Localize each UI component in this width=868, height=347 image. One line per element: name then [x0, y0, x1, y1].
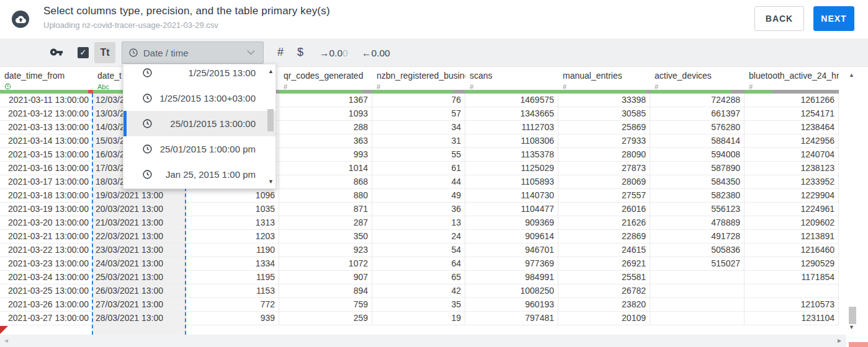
table-cell[interactable]: 1140730: [465, 189, 558, 203]
table-cell[interactable]: 993: [279, 148, 372, 162]
scroll-left-icon[interactable]: ◄: [3, 337, 9, 344]
table-cell[interactable]: 35: [372, 298, 465, 312]
dropdown-scrollbar[interactable]: ▲ ▼: [266, 64, 275, 188]
column-header[interactable]: scans#: [465, 67, 558, 90]
table-cell[interactable]: 26921: [558, 257, 650, 271]
decrease-decimal-button[interactable]: ←0.00: [362, 48, 390, 59]
table-cell[interactable]: 36: [372, 203, 465, 216]
table-cell[interactable]: 880: [279, 189, 372, 203]
nullable-checkbox[interactable]: ✓: [78, 47, 89, 58]
table-cell[interactable]: 27873: [558, 162, 650, 175]
table-cell[interactable]: 515027: [650, 257, 745, 271]
table-cell[interactable]: 594008: [650, 148, 745, 162]
table-cell[interactable]: 1367: [279, 94, 372, 107]
column-header[interactable]: nzbn_registered_busine#: [372, 67, 465, 90]
table-cell[interactable]: 22869: [558, 230, 650, 244]
table-cell[interactable]: 2021-03-13 13:00:00: [0, 121, 93, 134]
table-cell[interactable]: 1213891: [745, 230, 839, 244]
text-type-button[interactable]: Tt: [94, 42, 115, 63]
table-cell[interactable]: 1190: [186, 244, 279, 257]
table-cell[interactable]: 1210573: [745, 298, 839, 312]
table-cell[interactable]: 2021-03-24 13:00:00: [0, 271, 93, 284]
table-cell[interactable]: 22/03/2021 13:00: [93, 230, 186, 244]
table-cell[interactable]: 2021-03-19 13:00:00: [0, 203, 93, 216]
table-cell[interactable]: 576280: [650, 121, 745, 134]
table-cell[interactable]: 1261266: [745, 94, 839, 107]
table-cell[interactable]: 24615: [558, 244, 650, 257]
table-cell[interactable]: 894: [279, 284, 372, 298]
column-header[interactable]: manual_entries#: [558, 67, 650, 90]
table-cell[interactable]: 49: [372, 189, 465, 203]
table-cell[interactable]: 588414: [650, 134, 745, 148]
table-cell[interactable]: 1195: [186, 271, 279, 284]
table-cell[interactable]: 76: [372, 94, 465, 107]
column-header[interactable]: qr_codes_generated#: [279, 67, 372, 90]
vertical-scrollbar[interactable]: ▲ ▼: [846, 67, 859, 335]
table-cell[interactable]: 1242956: [745, 134, 839, 148]
table-cell[interactable]: 582380: [650, 189, 745, 203]
table-cell[interactable]: 2021-03-21 13:00:00: [0, 230, 93, 244]
column-header[interactable]: bluetooth_active_24_hr_#: [745, 67, 839, 90]
table-cell[interactable]: 584350: [650, 175, 745, 189]
dropdown-option[interactable]: 1/25/2015 13:00: [123, 64, 275, 86]
table-cell[interactable]: 977369: [465, 257, 558, 271]
table-cell[interactable]: 350: [279, 230, 372, 244]
table-cell[interactable]: [745, 284, 839, 298]
table-cell[interactable]: 288: [279, 121, 372, 134]
table-cell[interactable]: 21/03/2021 13:00: [93, 216, 186, 230]
scroll-up-icon[interactable]: ▲: [268, 68, 274, 74]
table-cell[interactable]: 28/03/2021 13:00: [93, 312, 186, 325]
table-cell[interactable]: 23/03/2021 13:00: [93, 244, 186, 257]
table-cell[interactable]: 724288: [650, 94, 745, 107]
table-cell[interactable]: 1254171: [745, 107, 839, 121]
table-cell[interactable]: 759: [279, 298, 372, 312]
table-cell[interactable]: 907: [279, 271, 372, 284]
table-cell[interactable]: 1008250: [465, 284, 558, 298]
table-cell[interactable]: 19/03/2021 13:00: [93, 189, 186, 203]
table-cell[interactable]: 2021-03-23 13:00:00: [0, 257, 93, 271]
table-cell[interactable]: 2021-03-14 13:00:00: [0, 134, 93, 148]
table-cell[interactable]: 24: [372, 230, 465, 244]
table-cell[interactable]: 20/03/2021 13:00: [93, 203, 186, 216]
table-cell[interactable]: 21626: [558, 216, 650, 230]
table-cell[interactable]: 960193: [465, 298, 558, 312]
table-cell[interactable]: 1104477: [465, 203, 558, 216]
table-cell[interactable]: 1216460: [745, 244, 839, 257]
table-cell[interactable]: 61: [372, 162, 465, 175]
table-cell[interactable]: 1229904: [745, 189, 839, 203]
table-cell[interactable]: 1096: [186, 189, 279, 203]
scroll-up-icon[interactable]: ▲: [849, 72, 854, 78]
table-cell[interactable]: 909614: [465, 230, 558, 244]
table-cell[interactable]: 33398: [558, 94, 650, 107]
table-cell[interactable]: 2021-03-25 13:00:00: [0, 284, 93, 298]
table-cell[interactable]: 25/03/2021 13:00: [93, 271, 186, 284]
scroll-right-icon[interactable]: ►: [836, 337, 843, 344]
table-cell[interactable]: 1240704: [745, 148, 839, 162]
increase-decimal-button[interactable]: →0.00: [320, 48, 348, 59]
table-cell[interactable]: 65: [372, 271, 465, 284]
table-cell[interactable]: 1334: [186, 257, 279, 271]
next-button[interactable]: NEXT: [813, 6, 854, 31]
table-cell[interactable]: 57: [372, 107, 465, 121]
table-cell[interactable]: 2021-03-20 13:00:00: [0, 216, 93, 230]
table-cell[interactable]: 923: [279, 244, 372, 257]
table-cell[interactable]: 1153: [186, 284, 279, 298]
table-cell[interactable]: 1313: [186, 216, 279, 230]
table-cell[interactable]: 25869: [558, 121, 650, 134]
table-cell[interactable]: 1035: [186, 203, 279, 216]
table-cell[interactable]: 30585: [558, 107, 650, 121]
table-cell[interactable]: 2021-03-15 13:00:00: [0, 148, 93, 162]
table-cell[interactable]: 2021-03-18 13:00:00: [0, 189, 93, 203]
table-cell[interactable]: 1290529: [745, 257, 839, 271]
table-cell[interactable]: 27933: [558, 134, 650, 148]
table-cell[interactable]: 2021-03-27 13:00:00: [0, 312, 93, 325]
table-cell[interactable]: 55: [372, 148, 465, 162]
table-cell[interactable]: 1238123: [745, 162, 839, 175]
table-cell[interactable]: 19: [372, 312, 465, 325]
currency-type-button[interactable]: $: [297, 46, 303, 59]
table-cell[interactable]: 27/03/2021 13:00: [93, 298, 186, 312]
table-cell[interactable]: 1203: [186, 230, 279, 244]
table-cell[interactable]: 478889: [650, 216, 745, 230]
dropdown-option[interactable]: 25/01/2015 13:00:00: [123, 111, 275, 136]
number-type-button[interactable]: #: [277, 46, 284, 59]
